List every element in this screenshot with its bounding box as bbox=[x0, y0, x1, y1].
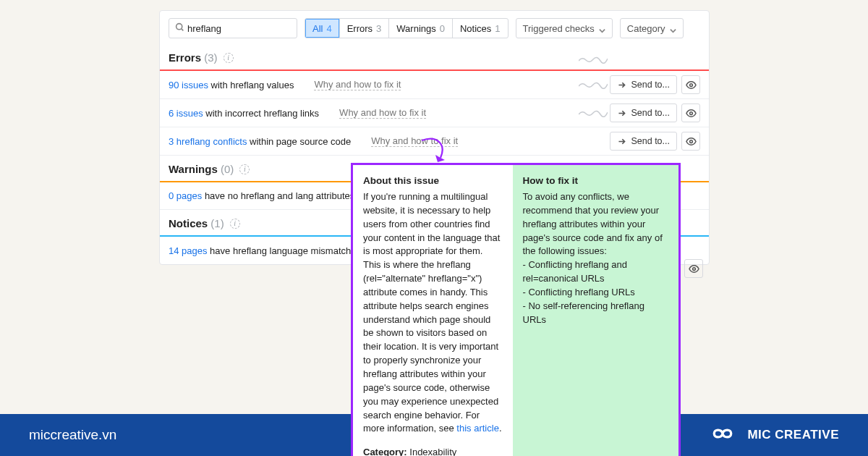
fix-link[interactable]: Why and how to fix it bbox=[339, 107, 426, 119]
info-icon[interactable]: i bbox=[239, 164, 250, 174]
visibility-button[interactable] bbox=[684, 259, 703, 278]
svg-point-4 bbox=[692, 267, 695, 270]
tab-errors[interactable]: Errors3 bbox=[340, 19, 390, 38]
fix-body: To avoid any conflicts, we recommend tha… bbox=[523, 190, 669, 326]
info-icon[interactable]: i bbox=[224, 53, 234, 63]
footer-url: miccreative.vn bbox=[29, 427, 116, 443]
infinity-logo-icon bbox=[707, 423, 739, 447]
issue-row[interactable]: 90 issues with hreflang values Why and h… bbox=[160, 71, 709, 99]
sparkline-icon bbox=[579, 109, 608, 117]
chevron-down-icon bbox=[599, 25, 605, 32]
chevron-down-icon bbox=[670, 25, 676, 32]
svg-point-1 bbox=[689, 83, 692, 86]
toolbar: × All4 Errors3 Warnings0 Notices1 Trigge… bbox=[160, 11, 709, 44]
send-to-button[interactable]: Send to... bbox=[610, 132, 677, 151]
category-line: Category: Indexability bbox=[363, 446, 503, 456]
article-link[interactable]: this article bbox=[456, 423, 499, 434]
about-body: If you're running a multilingual website… bbox=[363, 190, 503, 436]
fix-heading: How to fix it bbox=[523, 175, 669, 186]
fix-link[interactable]: Why and how to fix it bbox=[314, 79, 401, 90]
tab-all[interactable]: All4 bbox=[305, 19, 340, 38]
brand-name: MIC CREATIVE bbox=[747, 428, 839, 442]
sparkline-icon bbox=[579, 54, 608, 62]
issue-row[interactable]: 6 issues with incorrect hreflang links W… bbox=[160, 99, 709, 127]
triggered-checks-dropdown[interactable]: Triggered checks bbox=[516, 18, 613, 38]
svg-point-2 bbox=[689, 111, 692, 114]
issue-link[interactable]: 6 issues bbox=[169, 108, 203, 119]
filter-tabs: All4 Errors3 Warnings0 Notices1 bbox=[305, 18, 509, 38]
tab-warnings[interactable]: Warnings0 bbox=[389, 19, 453, 38]
category-dropdown[interactable]: Category bbox=[620, 18, 684, 38]
send-to-button[interactable]: Send to... bbox=[610, 75, 677, 94]
section-header-errors: Errors (3) i bbox=[160, 44, 709, 69]
search-input[interactable] bbox=[184, 23, 312, 34]
issue-link[interactable]: 0 pages bbox=[169, 190, 202, 201]
svg-point-3 bbox=[689, 140, 692, 143]
annotation-arrow bbox=[417, 136, 454, 165]
about-heading: About this issue bbox=[363, 175, 503, 186]
sparkline-icon bbox=[579, 80, 608, 89]
issue-details-popover: About this issue If you're running a mul… bbox=[351, 163, 681, 456]
svg-point-0 bbox=[176, 24, 182, 30]
search-input-wrap[interactable]: × bbox=[169, 18, 297, 38]
tab-notices[interactable]: Notices1 bbox=[453, 19, 508, 38]
send-to-button[interactable]: Send to... bbox=[610, 104, 677, 122]
info-icon[interactable]: i bbox=[230, 219, 240, 229]
issue-link[interactable]: 3 hreflang conflicts bbox=[169, 136, 247, 147]
issue-link[interactable]: 14 pages bbox=[169, 245, 208, 256]
issue-link[interactable]: 90 issues bbox=[169, 80, 208, 90]
visibility-button[interactable] bbox=[681, 132, 700, 151]
visibility-button[interactable] bbox=[681, 104, 700, 122]
visibility-button[interactable] bbox=[681, 75, 700, 94]
search-icon bbox=[175, 22, 184, 35]
footer-brand: MIC CREATIVE bbox=[707, 423, 839, 447]
